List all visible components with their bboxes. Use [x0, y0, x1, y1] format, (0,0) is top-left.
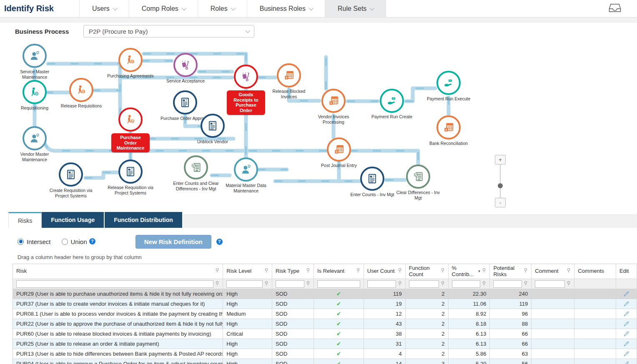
table-row[interactable]: PUR37 (User is able to create vendor inv…	[13, 299, 637, 309]
table-row[interactable]: PUR22 (User is able to approve the purch…	[13, 319, 637, 329]
column-header-is-relevant[interactable]: Is Relevant	[314, 264, 364, 279]
cell-risk-level: Medium	[223, 309, 272, 319]
tab-function-usage[interactable]: Function Usage	[42, 212, 104, 228]
column-header-risk[interactable]: Risk	[13, 264, 223, 279]
edit-pencil-icon[interactable]	[616, 309, 637, 319]
filter-cell-risk-type	[272, 279, 314, 289]
flow-node-vendor-invoices-processing[interactable]: $Vendor Invoices Processing	[308, 89, 359, 125]
filter-input-risk-type[interactable]	[276, 280, 304, 288]
filter-pin-icon[interactable]	[567, 268, 571, 275]
filter-input-pct-contribution[interactable]	[452, 280, 481, 288]
filter-pin-icon[interactable]	[306, 281, 310, 287]
flow-node-purchase-order-maintenance[interactable]: Purchase Order Maintenance	[105, 107, 155, 152]
flow-node-goods-receipts-to-purchase-order[interactable]: Goods Receipts to Purchase Order	[221, 65, 271, 115]
flow-node-create-requisition-via-project-systems[interactable]: Create Requisition via Project Systems	[46, 162, 96, 198]
top-nav: Identify Risk UsersComp RolesRolesBusine…	[0, 0, 637, 17]
filter-pin-icon[interactable]	[215, 268, 219, 275]
filter-input-comment[interactable]	[535, 280, 565, 288]
filter-input-function-count[interactable]	[409, 280, 439, 288]
zoom-out-button[interactable]: -	[495, 198, 506, 207]
flow-node-enter-counts-inv-mgt[interactable]: Enter Counts - Inv Mgt	[347, 167, 397, 197]
flow-node-purchasing-agreements[interactable]: Purchasing Agreements	[105, 48, 155, 79]
column-header-risk-type[interactable]: Risk Type	[272, 264, 314, 279]
filter-pin-icon[interactable]	[441, 281, 445, 287]
flow-node-payment-run-create[interactable]: Payment Run Create	[367, 89, 417, 120]
flow-node-post-journal-entry[interactable]: $Post Journal Entry	[314, 137, 364, 168]
flow-node-payment-run-execute[interactable]: Payment Run Execute	[424, 71, 474, 102]
filter-pin-icon[interactable]	[482, 281, 486, 287]
filter-input-potential-risks[interactable]	[493, 280, 522, 288]
table-row[interactable]: PUR60 (User is able to release blocked i…	[13, 329, 637, 339]
table-row[interactable]: PUR29 (User is able to purchase unauthor…	[13, 289, 637, 299]
edit-pencil-icon[interactable]	[616, 289, 637, 299]
filter-pin-icon[interactable]	[482, 268, 486, 275]
flow-node-release-requisition-via-project-systems[interactable]: Release Requisition via Project Systems	[105, 160, 155, 195]
business-process-select[interactable]: P2P (Procure to Pay)	[83, 25, 254, 37]
filter-input-user-count[interactable]	[367, 280, 396, 288]
edit-pencil-icon[interactable]	[616, 359, 637, 364]
edit-pencil-icon[interactable]	[616, 329, 637, 339]
edit-pencil-icon[interactable]	[616, 339, 637, 349]
filter-pin-icon[interactable]	[524, 268, 528, 275]
filter-pin-icon[interactable]	[441, 268, 445, 275]
nav-item-roles[interactable]: Roles	[198, 0, 247, 17]
edit-pencil-icon[interactable]	[616, 319, 637, 329]
column-header-function-count[interactable]: Function Count	[406, 264, 449, 279]
filter-input-is-relevant[interactable]	[317, 280, 360, 288]
nav-item-comp-roles[interactable]: Comp Roles	[129, 0, 198, 17]
person-bulb-icon	[234, 157, 258, 182]
flow-node-release-blocked-invoices[interactable]: $Release Blocked Invoices	[264, 63, 314, 99]
filter-input-risk[interactable]	[16, 280, 213, 288]
checklist-icon	[406, 165, 430, 189]
new-risk-definition-button[interactable]: New Risk Definition	[135, 235, 211, 249]
edit-pencil-icon[interactable]	[616, 349, 637, 359]
flow-node-clear-differences-inv-mgt[interactable]: Clear Differences - Inv Mgt	[393, 165, 443, 200]
nav-item-users[interactable]: Users	[79, 0, 129, 17]
filter-pin-icon[interactable]	[567, 281, 571, 287]
tab-risks[interactable]: Risks	[8, 212, 42, 228]
union-help-icon[interactable]: ?	[89, 238, 95, 244]
union-radio[interactable]: Union	[62, 238, 87, 245]
zoom-slider-handle[interactable]	[498, 183, 503, 188]
filter-pin-icon[interactable]	[398, 281, 402, 287]
table-row[interactable]: PUR08.1 (User is able to process vendor …	[13, 309, 637, 319]
flow-node-release-requisitions[interactable]: Release Requisitions	[56, 78, 106, 109]
column-header-user-count[interactable]: User Count	[364, 264, 406, 279]
zoom-slider-track[interactable]	[500, 165, 501, 198]
flow-node-requisitioning[interactable]: Requisitioning	[10, 80, 60, 111]
tab-function-distribution[interactable]: Function Distribution	[105, 212, 182, 228]
filter-input-risk-level[interactable]	[226, 280, 263, 288]
flow-node-service-master-maintenance[interactable]: Service Master Maintenance	[10, 44, 60, 80]
flow-node-material-master-data-maintenance[interactable]: Material Master Data Maintenance	[221, 157, 271, 193]
column-header-comments[interactable]: Comments	[574, 264, 616, 279]
cell-risk-type: SOD	[272, 339, 314, 349]
filter-pin-icon[interactable]	[524, 281, 528, 287]
intersect-radio[interactable]: Intersect	[18, 238, 51, 245]
column-header-pct-contribution[interactable]: % Contrib...▼	[449, 264, 490, 279]
filter-pin-icon[interactable]	[264, 281, 268, 287]
table-row[interactable]: PUR25 (User is able to release an order …	[13, 339, 637, 349]
filter-pin-icon[interactable]	[398, 268, 402, 275]
filter-pin-icon[interactable]	[215, 281, 219, 287]
filter-pin-icon[interactable]	[306, 268, 310, 275]
cell-potential-risks: 88	[490, 319, 532, 329]
nav-item-rule-sets[interactable]: Rule Sets	[325, 0, 386, 17]
flow-node-bank-reconciliation[interactable]: $Bank Reconciliation	[424, 115, 474, 146]
new-risk-help-icon[interactable]: ?	[216, 239, 223, 245]
filter-pin-icon[interactable]	[264, 268, 268, 275]
column-header-potential-risks[interactable]: Potential Risks	[490, 264, 532, 279]
filter-pin-icon[interactable]	[356, 268, 360, 275]
zoom-in-button[interactable]: +	[495, 155, 506, 165]
flow-node-vendor-master-maintenance[interactable]: Vendor Master Maintenance	[10, 126, 60, 162]
flow-node-service-acceptance[interactable]: Service Acceptance	[161, 53, 211, 84]
column-header-risk-level[interactable]: Risk Level	[223, 264, 272, 279]
flow-node-enter-counts-and-clear-differences-inv-mgt[interactable]: Enter Counts and Clear Differences - Inv…	[171, 155, 221, 191]
column-header-edit[interactable]: Edit	[616, 264, 637, 279]
table-row[interactable]: PUR04 (User is able to approve a Purchas…	[13, 359, 637, 364]
edit-pencil-icon[interactable]	[616, 299, 637, 309]
column-header-comment[interactable]: Comment	[532, 264, 574, 279]
nav-item-business-roles[interactable]: Business Roles	[247, 0, 325, 17]
flow-node-unblock-vendor[interactable]: Unblock Vendor	[188, 114, 238, 145]
table-row[interactable]: PUR13 (User is able to hide differences …	[13, 349, 637, 359]
inbox-button[interactable]	[609, 0, 637, 17]
